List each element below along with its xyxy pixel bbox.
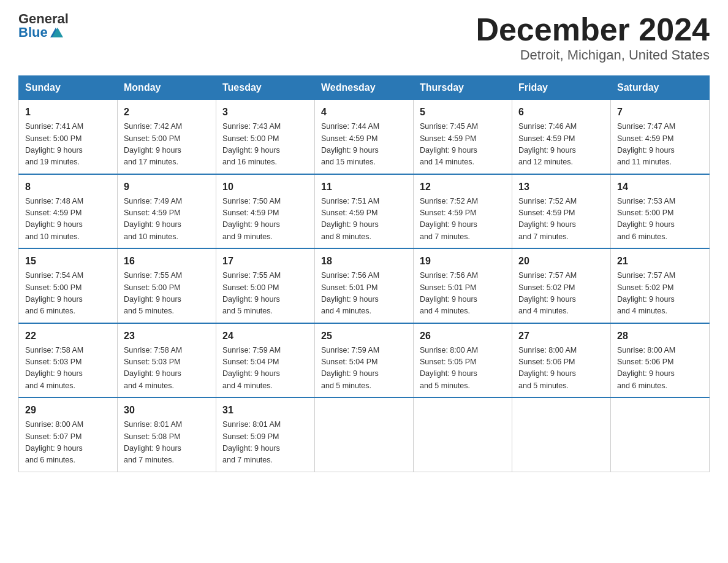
- day-info: Sunrise: 7:49 AMSunset: 4:59 PMDaylight:…: [124, 196, 210, 243]
- day-info: Sunrise: 7:56 AMSunset: 5:01 PMDaylight:…: [321, 270, 407, 318]
- day-info: Sunrise: 7:46 AMSunset: 4:59 PMDaylight:…: [518, 121, 604, 169]
- week-row-1: 1Sunrise: 7:41 AMSunset: 5:00 PMDaylight…: [19, 100, 710, 174]
- day-info: Sunrise: 8:00 AMSunset: 5:05 PMDaylight:…: [420, 345, 506, 393]
- day-info: Sunrise: 7:47 AMSunset: 4:59 PMDaylight:…: [617, 121, 703, 169]
- calendar-cell: [315, 397, 414, 472]
- calendar-cell: 9Sunrise: 7:49 AMSunset: 4:59 PMDaylight…: [118, 174, 216, 249]
- day-info: Sunrise: 7:50 AMSunset: 4:59 PMDaylight:…: [222, 196, 308, 243]
- calendar-cell: 11Sunrise: 7:51 AMSunset: 4:59 PMDayligh…: [315, 174, 414, 249]
- day-number: 4: [321, 105, 407, 120]
- calendar-cell: 2Sunrise: 7:42 AMSunset: 5:00 PMDaylight…: [118, 100, 216, 174]
- calendar-cell: 5Sunrise: 7:45 AMSunset: 4:59 PMDaylight…: [414, 100, 512, 174]
- day-info: Sunrise: 7:43 AMSunset: 5:00 PMDaylight:…: [222, 121, 308, 169]
- day-info: Sunrise: 7:55 AMSunset: 5:00 PMDaylight:…: [222, 270, 308, 318]
- day-number: 11: [321, 180, 407, 194]
- calendar-cell: 10Sunrise: 7:50 AMSunset: 4:59 PMDayligh…: [216, 174, 315, 249]
- day-info: Sunrise: 7:55 AMSunset: 5:00 PMDaylight:…: [124, 270, 210, 318]
- calendar-cell: 16Sunrise: 7:55 AMSunset: 5:00 PMDayligh…: [118, 248, 216, 323]
- day-number: 25: [321, 329, 407, 343]
- day-number: 24: [222, 329, 308, 343]
- day-number: 8: [25, 180, 111, 194]
- calendar-cell: 17Sunrise: 7:55 AMSunset: 5:00 PMDayligh…: [216, 248, 315, 323]
- logo-blue-text: Blue: [18, 26, 64, 39]
- calendar-cell: 22Sunrise: 7:58 AMSunset: 5:03 PMDayligh…: [19, 323, 118, 398]
- day-number: 13: [518, 180, 604, 194]
- day-info: Sunrise: 7:42 AMSunset: 5:00 PMDaylight:…: [124, 121, 210, 169]
- day-header-monday: Monday: [118, 76, 216, 100]
- day-number: 6: [518, 105, 604, 120]
- day-info: Sunrise: 7:54 AMSunset: 5:00 PMDaylight:…: [25, 270, 111, 318]
- day-number: 30: [124, 403, 210, 418]
- calendar-cell: 25Sunrise: 7:59 AMSunset: 5:04 PMDayligh…: [315, 323, 414, 398]
- day-header-friday: Friday: [512, 76, 611, 100]
- day-number: 5: [420, 105, 506, 120]
- logo-arrows-icon: [50, 26, 64, 39]
- calendar-cell: 31Sunrise: 8:01 AMSunset: 5:09 PMDayligh…: [216, 397, 315, 472]
- day-number: 2: [124, 105, 210, 120]
- day-number: 7: [617, 105, 703, 120]
- day-number: 23: [124, 329, 210, 343]
- day-header-thursday: Thursday: [414, 76, 512, 100]
- day-info: Sunrise: 7:56 AMSunset: 5:01 PMDaylight:…: [420, 270, 506, 318]
- calendar-table: SundayMondayTuesdayWednesdayThursdayFrid…: [18, 75, 710, 472]
- day-info: Sunrise: 8:00 AMSunset: 5:06 PMDaylight:…: [518, 345, 604, 393]
- day-info: Sunrise: 8:01 AMSunset: 5:09 PMDaylight:…: [222, 419, 308, 467]
- calendar-cell: 20Sunrise: 7:57 AMSunset: 5:02 PMDayligh…: [512, 248, 611, 323]
- calendar-cell: 24Sunrise: 7:59 AMSunset: 5:04 PMDayligh…: [216, 323, 315, 398]
- day-info: Sunrise: 7:59 AMSunset: 5:04 PMDaylight:…: [222, 345, 308, 393]
- calendar-cell: 18Sunrise: 7:56 AMSunset: 5:01 PMDayligh…: [315, 248, 414, 323]
- day-number: 21: [617, 254, 703, 269]
- calendar-cell: 4Sunrise: 7:44 AMSunset: 4:59 PMDaylight…: [315, 100, 414, 174]
- day-header-tuesday: Tuesday: [216, 76, 315, 100]
- calendar-cell: 14Sunrise: 7:53 AMSunset: 5:00 PMDayligh…: [611, 174, 710, 249]
- day-info: Sunrise: 7:41 AMSunset: 5:00 PMDaylight:…: [25, 121, 111, 169]
- day-info: Sunrise: 7:51 AMSunset: 4:59 PMDaylight:…: [321, 196, 407, 243]
- calendar-cell: 21Sunrise: 7:57 AMSunset: 5:02 PMDayligh…: [611, 248, 710, 323]
- day-number: 19: [420, 254, 506, 269]
- day-info: Sunrise: 7:59 AMSunset: 5:04 PMDaylight:…: [321, 345, 407, 393]
- day-number: 28: [617, 329, 703, 343]
- calendar-cell: 30Sunrise: 8:01 AMSunset: 5:08 PMDayligh…: [118, 397, 216, 472]
- day-info: Sunrise: 8:01 AMSunset: 5:08 PMDaylight:…: [124, 419, 210, 467]
- day-number: 17: [222, 254, 308, 269]
- calendar-cell: 8Sunrise: 7:48 AMSunset: 4:59 PMDaylight…: [19, 174, 118, 249]
- day-number: 31: [222, 403, 308, 418]
- day-info: Sunrise: 7:44 AMSunset: 4:59 PMDaylight:…: [321, 121, 407, 169]
- week-row-3: 15Sunrise: 7:54 AMSunset: 5:00 PMDayligh…: [19, 248, 710, 323]
- calendar-cell: [414, 397, 512, 472]
- week-row-2: 8Sunrise: 7:48 AMSunset: 4:59 PMDaylight…: [19, 174, 710, 249]
- day-number: 18: [321, 254, 407, 269]
- day-number: 1: [25, 105, 111, 120]
- day-number: 26: [420, 329, 506, 343]
- month-title: December 2024: [476, 12, 710, 47]
- day-info: Sunrise: 7:57 AMSunset: 5:02 PMDaylight:…: [617, 270, 703, 318]
- logo: General Blue: [18, 12, 69, 39]
- calendar-cell: 27Sunrise: 8:00 AMSunset: 5:06 PMDayligh…: [512, 323, 611, 398]
- day-number: 9: [124, 180, 210, 194]
- logo-general-text: General: [18, 12, 69, 26]
- header: General Blue December 2024 Detroit, Mich…: [18, 12, 710, 63]
- day-number: 10: [222, 180, 308, 194]
- day-info: Sunrise: 7:45 AMSunset: 4:59 PMDaylight:…: [420, 121, 506, 169]
- day-info: Sunrise: 7:52 AMSunset: 4:59 PMDaylight:…: [518, 196, 604, 243]
- calendar-cell: [512, 397, 611, 472]
- location-title: Detroit, Michigan, United States: [476, 47, 710, 63]
- day-info: Sunrise: 7:58 AMSunset: 5:03 PMDaylight:…: [124, 345, 210, 393]
- day-number: 12: [420, 180, 506, 194]
- calendar-cell: [611, 397, 710, 472]
- day-number: 14: [617, 180, 703, 194]
- calendar-cell: 12Sunrise: 7:52 AMSunset: 4:59 PMDayligh…: [414, 174, 512, 249]
- calendar-cell: 29Sunrise: 8:00 AMSunset: 5:07 PMDayligh…: [19, 397, 118, 472]
- day-number: 27: [518, 329, 604, 343]
- day-info: Sunrise: 8:00 AMSunset: 5:07 PMDaylight:…: [25, 419, 111, 467]
- day-number: 16: [124, 254, 210, 269]
- day-number: 22: [25, 329, 111, 343]
- calendar-cell: 7Sunrise: 7:47 AMSunset: 4:59 PMDaylight…: [611, 100, 710, 174]
- calendar-cell: 13Sunrise: 7:52 AMSunset: 4:59 PMDayligh…: [512, 174, 611, 249]
- calendar-cell: 19Sunrise: 7:56 AMSunset: 5:01 PMDayligh…: [414, 248, 512, 323]
- day-header-saturday: Saturday: [611, 76, 710, 100]
- week-row-4: 22Sunrise: 7:58 AMSunset: 5:03 PMDayligh…: [19, 323, 710, 398]
- day-info: Sunrise: 8:00 AMSunset: 5:06 PMDaylight:…: [617, 345, 703, 393]
- day-number: 15: [25, 254, 111, 269]
- day-info: Sunrise: 7:57 AMSunset: 5:02 PMDaylight:…: [518, 270, 604, 318]
